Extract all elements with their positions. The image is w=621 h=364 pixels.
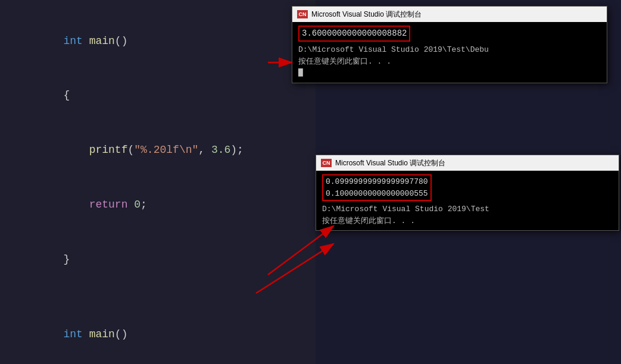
code-line: {: [12, 68, 304, 123]
console-body-2: 0.09999999999999997780 0.100000000000000…: [316, 171, 619, 230]
console-output-highlight-2b: 0.10000000000000000555: [326, 188, 428, 200]
code-line: printf("%.20lf\n", 3.6);: [12, 123, 304, 178]
code-line: {: [12, 362, 304, 364]
console-output-line: 按任意键关闭此窗口. . .: [322, 215, 613, 227]
main-container: int main() { printf("%.20lf\n", 3.6); re…: [0, 0, 621, 364]
console-window-1: CN Microsoft Visual Studio 调试控制台 3.60000…: [292, 6, 607, 83]
console-output-highlight-1: 3.6000000000000008882: [298, 26, 410, 42]
console-output-line: D:\Microsoft Visual Studio 2019\Test: [322, 203, 613, 215]
console-output-line: █: [298, 67, 601, 79]
code-editor: int main() { printf("%.20lf\n", 3.6); re…: [0, 0, 316, 364]
code-line: return 0;: [12, 177, 304, 232]
code-line: int main(): [12, 14, 304, 68]
console-titlebar-1: CN Microsoft Visual Studio 调试控制台: [292, 7, 607, 22]
console-title-2: Microsoft Visual Studio 调试控制台: [335, 158, 445, 168]
console-body-1: 3.6000000000000008882 D:\Microsoft Visua…: [292, 22, 607, 83]
console-title-1: Microsoft Visual Studio 调试控制台: [311, 10, 422, 20]
console-titlebar-2: CN Microsoft Visual Studio 调试控制台: [316, 155, 619, 171]
code-block-2: int main() { double x = 1.0; double y = …: [0, 302, 316, 364]
console-window-2: CN Microsoft Visual Studio 调试控制台 0.09999…: [316, 155, 619, 231]
console-output-highlight-2a: 0.09999999999999997780: [326, 176, 428, 188]
console-icon-2: CN: [321, 159, 332, 167]
code-line: }: [12, 232, 304, 287]
code-block-1: int main() { printf("%.20lf\n", 3.6); re…: [0, 9, 316, 291]
code-line: int main(): [12, 307, 304, 362]
code-divider: [0, 291, 316, 302]
console-output-line: 按任意键关闭此窗口. . .: [298, 56, 601, 68]
console-icon-1: CN: [297, 10, 308, 18]
console-output-line: D:\Microsoft Visual Studio 2019\Test\Deb…: [298, 44, 601, 56]
